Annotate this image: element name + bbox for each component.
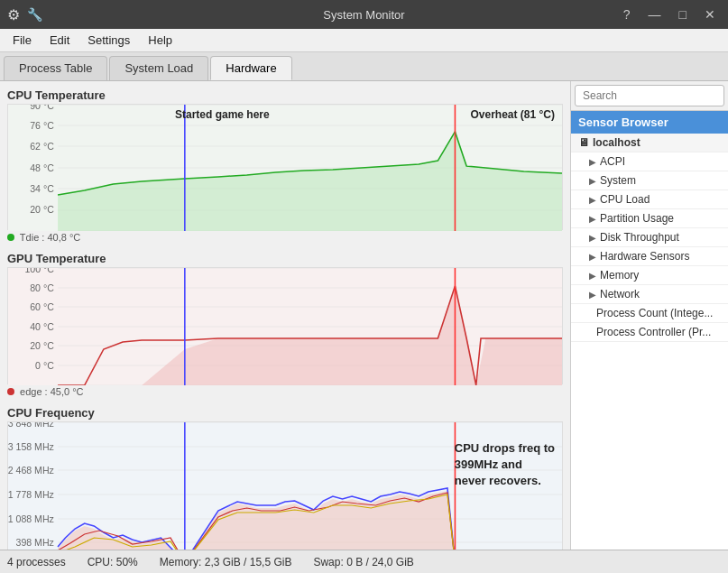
expand-arrow-network: ▶ — [589, 290, 596, 300]
svg-text:20 °C: 20 °C — [30, 341, 54, 351]
svg-text:1 088 MHz: 1 088 MHz — [8, 514, 54, 524]
svg-text:76 °C: 76 °C — [30, 121, 54, 131]
svg-text:2 468 MHz: 2 468 MHz — [8, 466, 54, 476]
svg-text:60 °C: 60 °C — [30, 302, 54, 312]
status-swap: Swap: 0 B / 24,0 GiB — [313, 556, 413, 568]
cpu-temp-svg: 90 °C 76 °C 62 °C 48 °C 34 °C 20 °C — [8, 105, 562, 231]
tree-item-acpi[interactable]: ▶ ACPI — [571, 152, 728, 171]
cpu-temp-legend: Tdie : 40,8 °C — [4, 230, 567, 246]
sensor-browser-header: Sensor Browser — [571, 111, 728, 134]
gpu-temp-svg: 100 °C 80 °C 60 °C 40 °C 20 °C 0 °C — [8, 268, 562, 385]
svg-text:398 MHz: 398 MHz — [16, 538, 54, 548]
cpu-drops-label: CPU drops freq to399MHz andnever recover… — [455, 440, 555, 490]
svg-text:34 °C: 34 °C — [30, 184, 54, 194]
menu-settings[interactable]: Settings — [78, 31, 139, 50]
started-game-label: Started game here — [175, 108, 270, 121]
svg-text:100 °C: 100 °C — [24, 268, 54, 274]
titlebar-left: ⚙ 🔧 — [7, 6, 42, 23]
gpu-temp-section: GPU Temperature 100 °C 80 °C — [4, 248, 567, 401]
minimize-button[interactable]: — — [643, 5, 667, 23]
tree-item-system[interactable]: ▶ System — [571, 171, 728, 190]
cpu-temp-chart: Started game here Overheat (81 °C) — [7, 104, 563, 230]
search-box — [571, 81, 728, 111]
cpu-freq-section: CPU Frequency CPU drops freq to399MHz an… — [4, 402, 567, 550]
app-icon2: 🔧 — [27, 7, 42, 22]
expand-arrow-memory: ▶ — [589, 271, 596, 281]
window-title: System Monitor — [323, 8, 404, 22]
gpu-temp-title: GPU Temperature — [4, 248, 567, 267]
tree-item-hardware-sensors[interactable]: ▶ Hardware Sensors — [571, 247, 728, 266]
menubar: File Edit Settings Help — [0, 29, 728, 52]
maximize-button[interactable]: □ — [674, 5, 692, 23]
expand-arrow-cpu-load: ▶ — [589, 195, 596, 205]
titlebar: ⚙ 🔧 System Monitor ? — □ ✕ — [0, 0, 728, 29]
main-area: Process Table System Load Hardware CPU T… — [0, 52, 728, 573]
menu-help[interactable]: Help — [139, 31, 181, 50]
expand-arrow-acpi: ▶ — [589, 157, 596, 167]
svg-text:1 778 MHz: 1 778 MHz — [8, 490, 54, 500]
gpu-temp-legend: edge : 45,0 °C — [4, 384, 567, 401]
gpu-temp-chart: 100 °C 80 °C 60 °C 40 °C 20 °C 0 °C — [7, 267, 563, 384]
expand-arrow-disk: ▶ — [589, 233, 596, 243]
overheat-label: Overheat (81 °C) — [471, 108, 556, 121]
cpu-freq-chart: CPU drops freq to399MHz andnever recover… — [7, 421, 563, 550]
close-button[interactable]: ✕ — [699, 5, 721, 23]
menu-edit[interactable]: Edit — [41, 31, 78, 50]
sensor-tree: 🖥 localhost ▶ ACPI ▶ System ▶ CPU Load ▶ — [571, 134, 728, 550]
tree-item-network[interactable]: ▶ Network — [571, 285, 728, 304]
svg-text:3 848 MHz: 3 848 MHz — [8, 422, 54, 429]
app-icon: ⚙ — [7, 6, 20, 23]
content-area: CPU Temperature Started game here Overhe… — [0, 81, 728, 550]
svg-text:62 °C: 62 °C — [30, 142, 54, 152]
cpu-temp-title: CPU Temperature — [4, 85, 567, 104]
tab-bar: Process Table System Load Hardware — [0, 52, 728, 81]
svg-text:40 °C: 40 °C — [30, 322, 54, 332]
svg-text:80 °C: 80 °C — [30, 283, 54, 293]
expand-arrow-hw-sensors: ▶ — [589, 252, 596, 262]
svg-text:0 °C: 0 °C — [35, 361, 54, 371]
tree-item-cpu-load[interactable]: ▶ CPU Load — [571, 190, 728, 209]
tree-item-disk-throughput[interactable]: ▶ Disk Throughput — [571, 228, 728, 247]
tree-item-process-count[interactable]: Process Count (Intege... — [571, 304, 728, 323]
svg-text:90 °C: 90 °C — [30, 105, 54, 111]
tree-item-localhost[interactable]: 🖥 localhost — [571, 134, 728, 152]
cpu-temp-section: CPU Temperature Started game here Overhe… — [4, 85, 567, 246]
tree-item-memory[interactable]: ▶ Memory — [571, 266, 728, 285]
status-processes: 4 processes — [7, 556, 66, 568]
statusbar: 4 processes CPU: 50% Memory: 2,3 GiB / 1… — [0, 550, 728, 573]
tree-item-partition-usage[interactable]: ▶ Partition Usage — [571, 209, 728, 228]
window-controls: ? — □ ✕ — [618, 5, 721, 23]
svg-text:3 158 MHz: 3 158 MHz — [8, 442, 54, 452]
menu-file[interactable]: File — [4, 31, 41, 50]
expand-arrow-partition: ▶ — [589, 214, 596, 224]
monitor-icon: 🖥 — [578, 136, 589, 149]
tab-system-load[interactable]: System Load — [109, 56, 208, 80]
charts-panel: CPU Temperature Started game here Overhe… — [0, 81, 570, 550]
svg-text:48 °C: 48 °C — [30, 163, 54, 173]
expand-arrow-system: ▶ — [589, 176, 596, 186]
right-panel: Sensor Browser 🖥 localhost ▶ ACPI ▶ Syst… — [570, 81, 728, 550]
tree-item-process-controller[interactable]: Process Controller (Pr... — [571, 323, 728, 342]
cpu-freq-title: CPU Frequency — [4, 402, 567, 421]
tab-process-table[interactable]: Process Table — [4, 56, 107, 80]
status-memory: Memory: 2,3 GiB / 15,5 GiB — [160, 556, 292, 568]
status-cpu: CPU: 50% — [88, 556, 138, 568]
tab-hardware[interactable]: Hardware — [210, 56, 291, 80]
help-button[interactable]: ? — [618, 5, 636, 23]
search-input[interactable] — [575, 85, 724, 106]
svg-text:20 °C: 20 °C — [30, 205, 54, 215]
